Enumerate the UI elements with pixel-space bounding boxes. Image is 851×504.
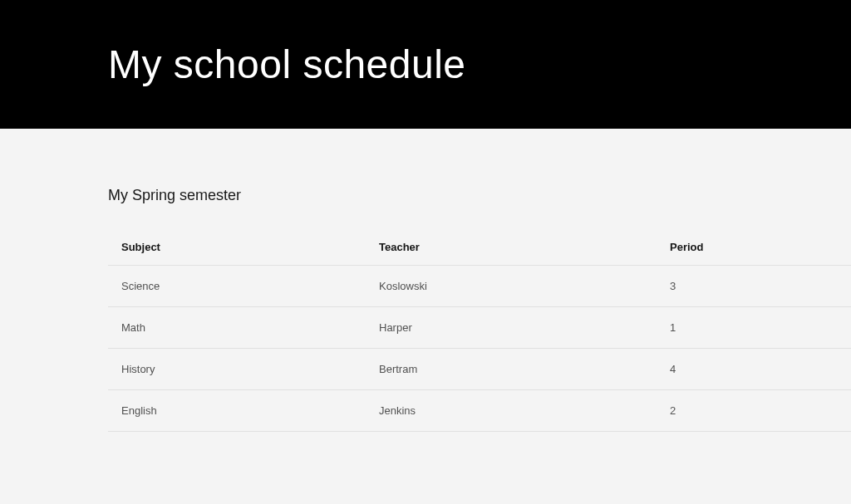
table-row: Science Koslowski 3 [108,266,851,307]
cell-period: 3 [670,280,839,292]
schedule-table: Subject Teacher Period Science Koslowski… [108,229,851,432]
cell-teacher: Bertram [379,363,670,375]
cell-teacher: Koslowski [379,280,670,292]
column-header-period: Period [670,241,839,253]
page-header: My school schedule [0,0,851,129]
cell-subject: Science [121,280,379,292]
section-subtitle: My Spring semester [108,187,851,204]
table-row: History Bertram 4 [108,349,851,390]
column-header-teacher: Teacher [379,241,670,253]
table-row: English Jenkins 2 [108,390,851,432]
column-header-subject: Subject [121,241,379,253]
cell-period: 1 [670,321,839,334]
cell-teacher: Harper [379,321,670,334]
cell-teacher: Jenkins [379,404,670,417]
page-content: My Spring semester Subject Teacher Perio… [0,129,851,432]
cell-subject: Math [121,321,379,334]
table-header-row: Subject Teacher Period [108,229,851,266]
cell-subject: History [121,363,379,375]
cell-period: 2 [670,404,839,417]
table-row: Math Harper 1 [108,307,851,349]
cell-subject: English [121,404,379,417]
cell-period: 4 [670,363,839,375]
page-title: My school schedule [108,42,466,87]
